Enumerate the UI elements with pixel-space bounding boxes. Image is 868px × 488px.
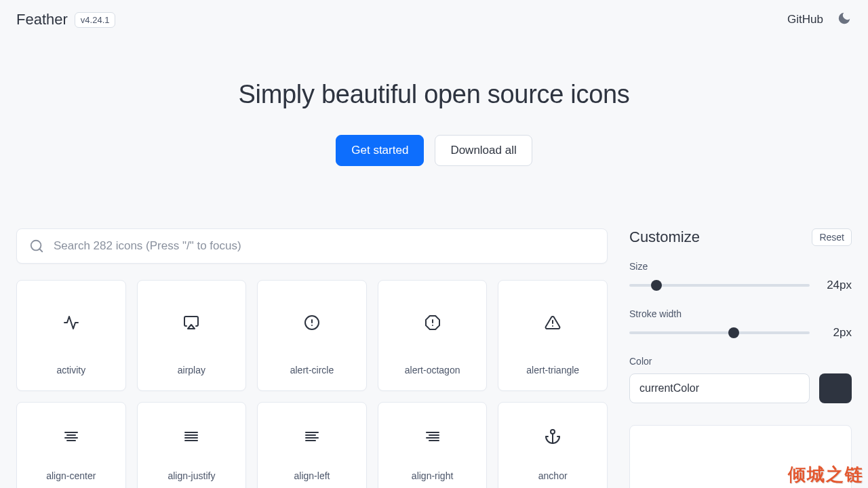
main: activity airplay alert-circle alert-octa… xyxy=(0,228,868,488)
align-center-icon xyxy=(63,403,79,470)
stroke-slider-thumb[interactable] xyxy=(728,327,739,338)
anchor-icon xyxy=(545,403,561,470)
icon-label: alert-octagon xyxy=(405,365,460,390)
color-label: Color xyxy=(629,356,852,367)
alert-triangle-icon xyxy=(545,281,561,365)
align-right-icon xyxy=(425,403,441,470)
svg-marker-2 xyxy=(188,325,195,329)
download-all-button[interactable]: Download all xyxy=(435,135,532,166)
svg-line-1 xyxy=(39,249,42,251)
align-justify-icon xyxy=(183,403,199,470)
color-input[interactable] xyxy=(629,373,810,403)
airplay-icon xyxy=(183,281,199,365)
icon-label: align-justify xyxy=(167,470,215,488)
icon-label: alert-circle xyxy=(290,365,334,390)
reset-button[interactable]: Reset xyxy=(812,228,852,246)
stroke-slider[interactable] xyxy=(629,331,810,334)
icon-grid: activity airplay alert-circle alert-octa… xyxy=(16,280,608,488)
hero-buttons: Get started Download all xyxy=(0,135,868,166)
icon-card-alert-circle[interactable]: alert-circle xyxy=(257,280,367,391)
icon-card-activity[interactable]: activity xyxy=(16,280,126,391)
icon-card-anchor[interactable]: anchor xyxy=(498,402,608,488)
icon-card-align-center[interactable]: align-center xyxy=(16,402,126,488)
icon-card-align-right[interactable]: align-right xyxy=(378,402,488,488)
icon-label: anchor xyxy=(538,470,568,488)
github-link[interactable]: GitHub xyxy=(787,13,823,26)
icon-browser: activity airplay alert-circle alert-octa… xyxy=(16,228,608,488)
moon-icon xyxy=(837,11,852,26)
customize-title: Customize xyxy=(629,228,700,246)
icon-card-alert-octagon[interactable]: alert-octagon xyxy=(378,280,488,391)
dark-mode-toggle[interactable] xyxy=(837,11,852,28)
search-box[interactable] xyxy=(16,228,608,264)
icon-label: activity xyxy=(56,365,85,390)
icon-card-alert-triangle[interactable]: alert-triangle xyxy=(498,280,608,391)
customize-panel: Customize Reset Size 24px Stroke width 2… xyxy=(629,228,852,488)
icon-label: align-left xyxy=(294,470,330,488)
activity-icon xyxy=(63,281,79,365)
icon-label: align-right xyxy=(412,470,453,488)
icon-card-align-left[interactable]: align-left xyxy=(257,402,367,488)
stroke-value: 2px xyxy=(823,326,852,340)
search-icon xyxy=(29,239,44,253)
header-right: GitHub xyxy=(787,11,852,28)
stroke-width-label: Stroke width xyxy=(629,308,852,319)
size-label: Size xyxy=(629,261,852,272)
get-started-button[interactable]: Get started xyxy=(336,135,424,166)
alert-octagon-icon xyxy=(425,281,441,365)
alert-circle-icon xyxy=(304,281,320,365)
icon-label: airplay xyxy=(178,365,205,390)
hero: Simply beautiful open source icons Get s… xyxy=(0,80,868,166)
color-swatch[interactable] xyxy=(819,373,852,403)
header-left: Feather v4.24.1 xyxy=(16,11,115,28)
size-slider-thumb[interactable] xyxy=(651,280,662,291)
icon-card-align-justify[interactable]: align-justify xyxy=(137,402,247,488)
icon-label: alert-triangle xyxy=(526,365,579,390)
icon-label: align-center xyxy=(46,470,96,488)
hero-title: Simply beautiful open source icons xyxy=(0,80,868,109)
align-left-icon xyxy=(304,403,320,470)
header: Feather v4.24.1 GitHub xyxy=(0,0,868,39)
brand-name[interactable]: Feather xyxy=(16,11,68,28)
icon-card-airplay[interactable]: airplay xyxy=(137,280,247,391)
preview-pane xyxy=(629,425,852,488)
version-badge[interactable]: v4.24.1 xyxy=(75,12,116,28)
size-slider[interactable] xyxy=(629,284,810,287)
size-value: 24px xyxy=(823,279,852,292)
search-input[interactable] xyxy=(54,239,595,253)
